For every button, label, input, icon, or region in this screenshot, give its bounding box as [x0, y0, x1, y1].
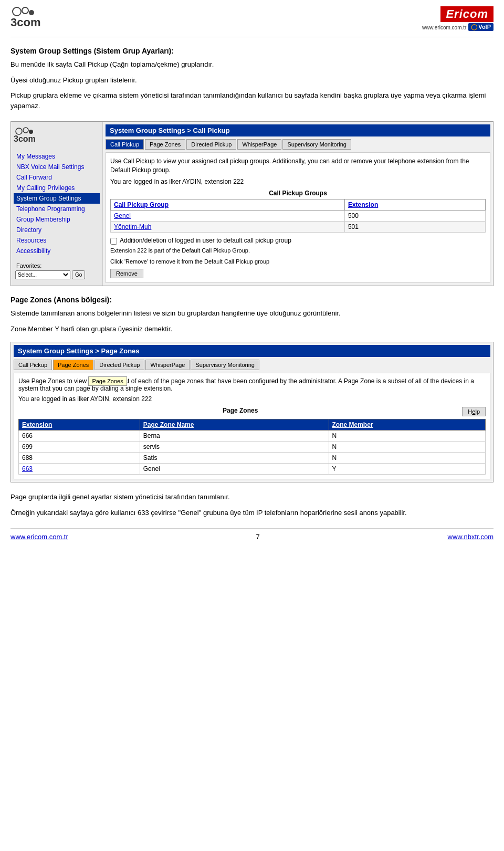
- help-button[interactable]: Help: [462, 407, 486, 416]
- tab-whisperpage-1[interactable]: WhisperPage: [237, 139, 281, 150]
- favorites-text: Favorites:: [16, 262, 41, 269]
- footer-left-link[interactable]: www.ericom.com.tr: [10, 533, 68, 541]
- table-row: Yönetim-Muh 501: [111, 221, 486, 232]
- remove-button[interactable]: Remove: [110, 269, 143, 278]
- svg-point-5: [23, 128, 28, 133]
- svg-point-0: [13, 7, 21, 16]
- section-title-2: Page Zones (Anons bölgesi):: [10, 296, 494, 304]
- logo-3com: 3com: [10, 5, 58, 31]
- favorites-select-row: Select... Go: [14, 269, 100, 281]
- tab-pagezones-active[interactable]: Page Zones: [53, 360, 93, 370]
- pagezones-page-title: System Group Settings > Page Zones: [14, 345, 490, 357]
- pagezones-table: Extension Page Zone Name Zone Member 666…: [18, 419, 486, 475]
- pz-ext-666: 666: [19, 430, 140, 442]
- svg-point-2: [29, 10, 34, 15]
- pagezones-loggedin: You are logged in as ilker AYDIN, extens…: [18, 395, 486, 403]
- footer-page-number: 7: [256, 533, 260, 541]
- default-text2: Click 'Remove' to remove it from the Def…: [110, 258, 486, 266]
- default-group-label: Addition/deletion of logged in user to d…: [120, 237, 291, 244]
- svg-point-6: [29, 130, 33, 134]
- voip-label: VoIP: [478, 24, 491, 30]
- pz-name-satis: Satis: [140, 453, 329, 464]
- ui-sidebar: 3com My Messages NBX Voice Mail Settings…: [11, 122, 103, 286]
- section-system-group-settings: System Group Settings (Sistem Grup Ayarl…: [10, 47, 494, 111]
- ui-callpickup-screenshot: 3com My Messages NBX Voice Mail Settings…: [10, 121, 494, 286]
- default-text1: Extension 222 is part of the Default Cal…: [110, 247, 486, 255]
- tab-supervisory-1[interactable]: Supervisory Monitoring: [282, 139, 351, 150]
- pz-name-berna: Berna: [140, 430, 329, 442]
- tab-directedpickup-1[interactable]: Directed Pickup: [186, 139, 236, 150]
- para-2-1: Sistemde tanımlanan anons bölgelerinin l…: [10, 308, 494, 319]
- ericom-logo: Ericom www.ericom.com.tr ◯ VoIP: [422, 6, 494, 31]
- ui-pagezones-screenshot: System Group Settings > Page Zones Call …: [10, 342, 494, 482]
- callpickup-content: Use Call Pickup to view your assigned ca…: [106, 152, 490, 283]
- svg-point-4: [16, 128, 22, 134]
- sidebar-item-groupmembership[interactable]: Group Membership: [14, 214, 100, 225]
- table-row: 699 servis N: [19, 442, 486, 453]
- tab-directedpickup-2[interactable]: Directed Pickup: [94, 360, 144, 370]
- para-3-2: Örneğin yukarıdaki sayfaya göre kullanıc…: [10, 508, 494, 518]
- section-title-1: System Group Settings (Sistem Grup Ayarl…: [10, 47, 494, 55]
- tab-supervisory-2[interactable]: Supervisory Monitoring: [191, 360, 259, 370]
- sidebar-item-voicemail[interactable]: NBX Voice Mail Settings: [14, 162, 100, 172]
- callpickup-table-title: Call Pickup Groups: [110, 190, 486, 197]
- sidebar-item-directory[interactable]: Directory: [14, 225, 100, 235]
- tooltip-pagezones: Page Zones: [88, 376, 127, 386]
- section-pagezones: Page Zones (Anons bölgesi): Sistemde tan…: [10, 296, 494, 334]
- pz-member-1: N: [329, 430, 486, 442]
- ext-500: 500: [344, 210, 485, 221]
- table-row: 663 Genel Y: [19, 464, 486, 475]
- sidebar-logo: 3com: [14, 126, 100, 146]
- para-2-2: Zone Member Y harfi olan gruplara üyesin…: [10, 324, 494, 334]
- tab-whisperpage-2[interactable]: WhisperPage: [145, 360, 190, 370]
- favorites-go-button[interactable]: Go: [72, 270, 85, 279]
- section-pagezones-footer: Page gruplarda ilgili genel ayarlar sist…: [10, 492, 494, 518]
- pagezones-info-part1: Use Page Zones to view: [18, 377, 88, 385]
- pz-name-servis: servis: [140, 442, 329, 453]
- para-1-3: Pickup gruplara ekleme ve çıkarma sistem…: [10, 90, 494, 111]
- default-group-checkbox[interactable]: [110, 238, 117, 245]
- callpickup-loggedin: You are logged in as ilker AYDIN, extens…: [110, 178, 486, 185]
- para-1-2: Üyesi olduğunuz Pickup grupları listelen…: [10, 75, 494, 86]
- ericom-name: Ericom: [446, 7, 488, 20]
- para-3-1: Page gruplarda ilgili genel ayarlar sist…: [10, 492, 494, 502]
- page-header: 3com Ericom www.ericom.com.tr ◯ VoIP: [10, 5, 494, 37]
- pz-member-3: N: [329, 453, 486, 464]
- pagezones-table-title: Page Zones: [18, 407, 486, 414]
- sidebar-item-accessibility[interactable]: Accessibility: [14, 246, 100, 256]
- pz-ext-663: 663: [19, 464, 140, 475]
- table-row: 666 Berna N: [19, 430, 486, 442]
- sidebar-item-resources[interactable]: Resources: [14, 235, 100, 246]
- col-pz-extension[interactable]: Extension: [19, 419, 140, 430]
- tab-callpickup[interactable]: Call Pickup: [106, 139, 144, 150]
- group-yonetim: Yönetim-Muh: [111, 221, 345, 232]
- pagezones-content: Use Page Zones to view Page Zones the li…: [14, 373, 490, 479]
- svg-text:3com: 3com: [14, 134, 36, 143]
- col-callpickup-group[interactable]: Call Pickup Group: [111, 199, 345, 210]
- pagezones-tabs: Call Pickup Page Zones Directed Pickup W…: [14, 360, 490, 370]
- favorites-select[interactable]: Select...: [15, 270, 70, 279]
- table-row: Genel 500: [111, 210, 486, 221]
- pz-name-genel: Genel: [140, 464, 329, 475]
- sidebar-item-callforward[interactable]: Call Forward: [14, 172, 100, 183]
- col-extension[interactable]: Extension: [344, 199, 485, 210]
- svg-point-1: [22, 7, 28, 14]
- sidebar-item-mymessages[interactable]: My Messages: [14, 151, 100, 162]
- col-pz-name[interactable]: Page Zone Name: [140, 419, 329, 430]
- svg-text:3com: 3com: [10, 16, 40, 29]
- voip-badge: ◯ VoIP: [468, 23, 494, 31]
- page-footer: www.ericom.com.tr 7 www.nbxtr.com: [10, 528, 494, 541]
- tab-pagezones-1[interactable]: Page Zones: [145, 139, 185, 150]
- ui-pagezones-main: System Group Settings > Page Zones Call …: [11, 342, 493, 482]
- default-group-checkbox-row: Addition/deletion of logged in user to d…: [110, 237, 486, 245]
- ext-501: 501: [344, 221, 485, 232]
- sidebar-item-telephoneprog[interactable]: Telephone Programming: [14, 204, 100, 214]
- tab-callpickup-2[interactable]: Call Pickup: [14, 360, 52, 370]
- sidebar-item-systemgroup[interactable]: System Group Settings: [14, 193, 100, 204]
- ui-callpickup-main: System Group Settings > Call Pickup Call…: [103, 122, 493, 286]
- pz-member-4: Y: [329, 464, 486, 475]
- sidebar-item-mycalling[interactable]: My Calling Privileges: [14, 183, 100, 193]
- ericom-url: www.ericom.com.tr: [422, 25, 466, 30]
- col-pz-member[interactable]: Zone Member: [329, 419, 486, 430]
- footer-right-link[interactable]: www.nbxtr.com: [448, 533, 494, 541]
